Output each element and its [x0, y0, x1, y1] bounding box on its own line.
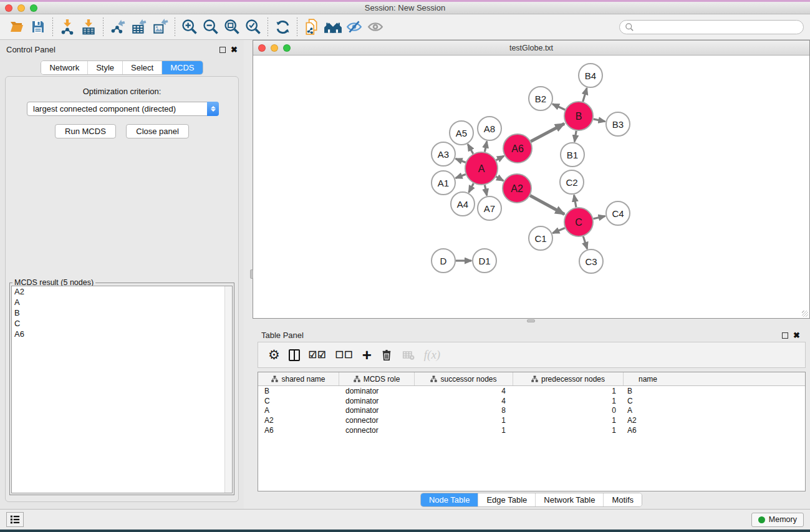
search-field[interactable] [619, 20, 804, 34]
edge-A2-C[interactable] [530, 195, 564, 214]
import-network-icon[interactable] [57, 17, 78, 37]
select-all-icon[interactable]: ☑☑ [309, 346, 327, 364]
graph-node-D[interactable]: D [432, 249, 455, 273]
graph-node-C3[interactable]: C3 [579, 249, 603, 273]
graph-node-B[interactable]: B [564, 102, 593, 130]
export-network-icon[interactable] [107, 17, 128, 37]
resize-grip-icon[interactable] [802, 311, 808, 317]
edge-C-C1[interactable] [552, 228, 565, 233]
table-row[interactable]: A2connector11A2 [258, 415, 805, 425]
toggle-columns-icon[interactable] [289, 346, 300, 364]
task-history-button[interactable] [6, 512, 24, 527]
refresh-icon[interactable] [272, 17, 293, 37]
edge-C-C3[interactable] [583, 236, 587, 249]
result-list-item[interactable]: B [12, 307, 232, 318]
tab-edge-table[interactable]: Edge Table [478, 493, 536, 506]
result-list-item[interactable]: A2 [12, 286, 232, 297]
settings-gear-icon[interactable]: ⚙ [268, 346, 280, 364]
graph-node-A5[interactable]: A5 [450, 121, 473, 145]
table-row[interactable]: A6connector11A6 [258, 425, 805, 435]
hide-eye-icon[interactable] [344, 17, 365, 37]
graph-node-A3[interactable]: A3 [432, 142, 455, 166]
run-mcds-button[interactable]: Run MCDS [55, 124, 116, 138]
graph-node-A2[interactable]: A2 [503, 174, 531, 203]
tab-style[interactable]: Style [88, 61, 123, 74]
tab-network[interactable]: Network [41, 61, 88, 74]
column-header-name[interactable]: name [624, 372, 672, 385]
table-row[interactable]: Cdominator41C [258, 396, 805, 406]
tab-mcds[interactable]: MCDS [162, 61, 202, 74]
edge-A-A8[interactable] [485, 142, 486, 152]
edge-A-A2[interactable] [496, 177, 504, 181]
deselect-all-icon[interactable]: ☐☐ [335, 346, 354, 364]
graph-node-A8[interactable]: A8 [478, 117, 501, 140]
duplicate-network-icon[interactable] [301, 17, 322, 37]
tab-node-table[interactable]: Node Table [421, 493, 479, 506]
column-header-predecessor-nodes[interactable]: predecessor nodes [513, 372, 624, 385]
result-scrollbar[interactable] [224, 286, 232, 493]
graph-node-A4[interactable]: A4 [451, 192, 475, 216]
horizontal-split-handle[interactable] [527, 319, 535, 322]
column-header-successor-nodes[interactable]: successor nodes [415, 372, 513, 385]
edge-A-A4[interactable] [469, 183, 474, 193]
edge-A-A3[interactable] [456, 158, 466, 162]
save-icon[interactable] [27, 17, 49, 37]
graph-node-A7[interactable]: A7 [478, 196, 501, 220]
edge-B-B4[interactable] [583, 88, 587, 102]
network-window-titlebar[interactable]: testGlobe.txt [253, 41, 809, 56]
import-table-icon[interactable] [78, 17, 99, 37]
mcds-result-list[interactable]: A2ABCA6 [11, 286, 233, 493]
graph-node-B3[interactable]: B3 [606, 112, 630, 136]
zoom-fit-icon[interactable] [221, 17, 243, 37]
graph-node-B1[interactable]: B1 [561, 143, 584, 167]
edge-B-B1[interactable] [574, 131, 576, 142]
tab-network-table[interactable]: Network Table [536, 493, 604, 506]
tab-motifs[interactable]: Motifs [604, 493, 642, 506]
show-eye-icon[interactable] [365, 17, 386, 37]
result-list-item[interactable]: A [12, 297, 232, 307]
export-table-icon[interactable] [128, 17, 150, 37]
edge-A-A5[interactable] [468, 144, 473, 153]
graph-node-A1[interactable]: A1 [432, 171, 455, 195]
edge-A-A7[interactable] [485, 185, 486, 195]
export-image-icon[interactable] [150, 17, 171, 37]
zoom-out-icon[interactable] [200, 17, 221, 37]
search-input[interactable] [634, 22, 798, 31]
graph-node-C1[interactable]: C1 [529, 226, 552, 250]
close-panel-button[interactable]: Close panel [126, 124, 189, 138]
graph-node-D1[interactable]: D1 [473, 249, 496, 273]
result-list-item[interactable]: A6 [12, 329, 232, 339]
graph-node-C[interactable]: C [564, 208, 593, 236]
table-row[interactable]: Bdominator41B [258, 386, 805, 396]
home-icon[interactable] [322, 17, 344, 37]
close-panel-icon[interactable]: ✖ [231, 47, 238, 53]
tab-select[interactable]: Select [123, 61, 162, 74]
delete-column-icon[interactable] [380, 346, 393, 364]
edge-A6-B[interactable] [531, 123, 564, 142]
graph-node-A[interactable]: A [465, 152, 498, 185]
add-column-icon[interactable]: + [362, 346, 372, 364]
close-table-panel-icon[interactable]: ✖ [793, 332, 800, 339]
table-row[interactable]: Adominator80A [258, 405, 805, 415]
graph-node-B2[interactable]: B2 [529, 87, 552, 110]
graph-node-C2[interactable]: C2 [560, 170, 584, 194]
vertical-split-handle[interactable] [250, 269, 253, 279]
edge-C-C2[interactable] [574, 195, 576, 208]
edge-A-A1[interactable] [456, 175, 466, 178]
edge-B-B2[interactable] [552, 104, 565, 110]
float-table-panel-icon[interactable] [782, 332, 788, 339]
memory-button[interactable]: Memory [751, 513, 804, 527]
zoom-in-icon[interactable] [179, 17, 200, 37]
edge-C-C4[interactable] [593, 216, 605, 219]
graph-node-B4[interactable]: B4 [579, 64, 602, 87]
open-folder-icon[interactable] [6, 17, 27, 37]
column-header-MCDS-role[interactable]: MCDS role [339, 372, 415, 385]
criterion-dropdown[interactable]: largest connected component (directed) [27, 102, 219, 116]
zoom-selected-icon[interactable] [243, 17, 264, 37]
float-panel-icon[interactable] [219, 47, 226, 53]
graph-node-A6[interactable]: A6 [503, 134, 532, 163]
edge-B-B3[interactable] [594, 119, 605, 122]
result-list-item[interactable]: C [12, 318, 232, 329]
edge-A-A6[interactable] [496, 156, 504, 160]
graph-node-C4[interactable]: C4 [606, 201, 630, 225]
